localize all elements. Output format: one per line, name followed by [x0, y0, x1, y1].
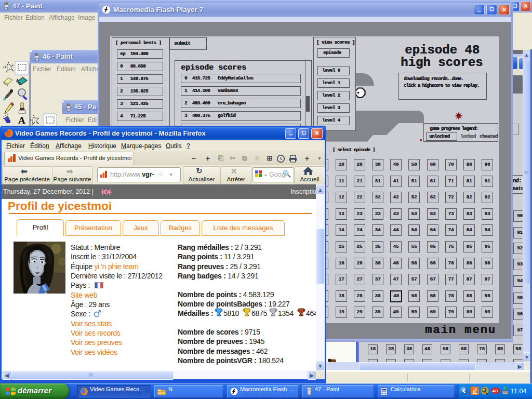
svg-text:ATI: ATI — [491, 389, 498, 393]
svg-text:A: A — [18, 115, 25, 126]
